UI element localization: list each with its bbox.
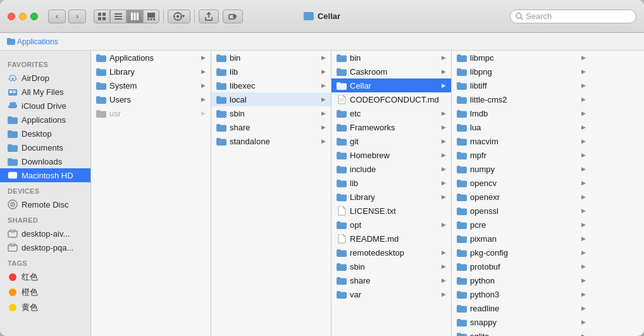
list-item[interactable]: Homebrew ▶ <box>331 148 451 162</box>
list-item[interactable]: snappy ▶ <box>452 315 591 329</box>
list-item[interactable]: python ▶ <box>452 273 591 287</box>
list-item[interactable]: pkg-config ▶ <box>452 246 591 259</box>
sidebar-item-macintosh-hd[interactable]: Macintosh HD <box>0 168 90 182</box>
action-button[interactable]: ▾ <box>168 9 190 23</box>
file-name: sbin <box>230 109 318 118</box>
hd-icon <box>8 170 18 180</box>
expand-arrow: ▶ <box>442 68 446 75</box>
list-item[interactable]: Caskroom ▶ <box>331 65 451 78</box>
file-name: protobuf <box>470 262 578 271</box>
list-item[interactable]: numpy ▶ <box>452 162 591 176</box>
sidebar-item-remote-disc[interactable]: Remote Disc <box>0 197 90 211</box>
file-name: bin <box>230 53 318 63</box>
sidebar-item-tag-yellow[interactable]: 黄色 <box>0 300 90 315</box>
sidebar: Favorites AirDrop All My Files iCloud Dr… <box>0 51 91 336</box>
sidebar-item-desktop[interactable]: Desktop <box>0 127 90 140</box>
list-item[interactable]: Users ▶ <box>91 92 211 106</box>
list-item[interactable]: opencv ▶ <box>452 176 591 190</box>
minimize-button[interactable] <box>19 13 27 20</box>
list-item[interactable]: bin ▶ <box>211 51 331 65</box>
list-item[interactable]: little-cms2 ▶ <box>452 92 591 106</box>
tag-button[interactable] <box>223 9 243 23</box>
expand-arrow: ▶ <box>581 124 586 130</box>
list-item[interactable]: protobuf ▶ <box>452 259 591 273</box>
sidebar-item-applications[interactable]: Applications <box>0 113 90 127</box>
list-item[interactable]: bin ▶ <box>331 51 451 65</box>
list-item[interactable]: libtiff ▶ <box>452 78 591 92</box>
list-item[interactable]: pixman ▶ <box>452 232 591 246</box>
sidebar-item-downloads[interactable]: Downloads <box>0 154 90 168</box>
maximize-button[interactable] <box>30 13 38 20</box>
list-item[interactable]: sbin ▶ <box>331 259 451 273</box>
expand-arrow: ▶ <box>442 180 446 186</box>
file-name: sbin <box>350 262 438 271</box>
list-item[interactable]: opt ▶ <box>331 218 451 232</box>
list-item[interactable]: libpng ▶ <box>452 65 591 78</box>
sidebar-item-desktop-aiv[interactable]: desktop-aiv... <box>0 227 90 240</box>
list-item[interactable]: openexr ▶ <box>452 190 591 204</box>
share-button[interactable] <box>199 9 219 23</box>
forward-button[interactable]: › <box>68 9 86 23</box>
list-item[interactable]: include ▶ <box>331 162 451 176</box>
gallery-view-button[interactable] <box>143 9 159 23</box>
icon-view-button[interactable] <box>94 9 110 23</box>
expand-arrow: ▶ <box>201 68 206 75</box>
list-item[interactable]: Library ▶ <box>331 190 451 204</box>
list-item[interactable]: Library ▶ <box>91 65 211 78</box>
list-item[interactable]: git ▶ <box>331 134 451 148</box>
list-item[interactable]: sqlite ▶ <box>452 329 591 336</box>
expand-arrow: ▶ <box>442 124 446 130</box>
sidebar-item-desktop-pqa[interactable]: desktop-pqa... <box>0 240 90 254</box>
list-item[interactable]: standalone ▶ <box>211 134 331 148</box>
list-item[interactable]: remotedesktop ▶ <box>331 246 451 259</box>
sidebar-label-tag-yellow: 黄色 <box>22 302 38 313</box>
list-item[interactable]: mpfr ▶ <box>452 148 591 162</box>
close-button[interactable] <box>8 13 15 20</box>
list-view-button[interactable] <box>110 9 127 23</box>
list-item[interactable]: lib ▶ <box>331 176 451 190</box>
list-item[interactable]: share ▶ <box>331 273 451 287</box>
expand-arrow: ▶ <box>581 152 586 158</box>
sidebar-item-tag-red[interactable]: 红色 <box>0 270 90 285</box>
svg-point-37 <box>12 204 13 205</box>
list-item[interactable]: Frameworks ▶ <box>331 120 451 134</box>
sidebar-item-icloud-drive[interactable]: iCloud Drive <box>0 99 90 113</box>
expand-arrow: ▶ <box>581 110 586 116</box>
list-item[interactable]: python3 ▶ <box>452 287 591 301</box>
list-item[interactable]: README.md <box>331 232 451 246</box>
list-item[interactable]: readline ▶ <box>452 301 591 315</box>
list-item[interactable]: share ▶ <box>211 120 331 134</box>
list-item[interactable]: etc ▶ <box>331 106 451 120</box>
folder-icon <box>457 247 467 258</box>
list-item[interactable]: sbin ▶ <box>211 106 331 120</box>
list-item[interactable]: lua ▶ <box>452 120 591 134</box>
sidebar-item-all-my-files[interactable]: All My Files <box>0 85 90 99</box>
folder-icon <box>337 108 347 118</box>
list-item[interactable]: Cellar ▶ <box>331 78 451 92</box>
column-view-button[interactable] <box>127 9 143 23</box>
list-item[interactable]: lmdb ▶ <box>452 106 591 120</box>
list-item[interactable]: LICENSE.txt <box>331 204 451 218</box>
sidebar-item-airdrop[interactable]: AirDrop <box>0 71 90 85</box>
file-name: readline <box>470 304 578 313</box>
list-item[interactable]: local ▶ <box>211 92 331 106</box>
back-button[interactable]: ‹ <box>48 9 66 23</box>
list-item[interactable]: libexec ▶ <box>211 78 331 92</box>
list-item[interactable]: lib ▶ <box>211 65 331 78</box>
list-item[interactable]: var ▶ <box>331 287 451 301</box>
folder-icon <box>337 164 347 174</box>
list-item[interactable]: Applications ▶ <box>91 51 211 65</box>
sidebar-item-tag-orange[interactable]: 橙色 <box>0 285 90 300</box>
file-name: pixman <box>470 234 578 244</box>
list-item[interactable]: pcre ▶ <box>452 218 591 232</box>
list-item[interactable]: usr ▶ <box>91 106 211 120</box>
breadcrumb-applications[interactable]: Applications <box>5 37 60 46</box>
sidebar-item-documents[interactable]: Documents <box>0 140 90 154</box>
list-item[interactable]: libmpc ▶ <box>452 51 591 65</box>
list-item[interactable]: openssl ▶ <box>452 204 591 218</box>
list-item[interactable]: CODEOFCONDUCT.md <box>331 92 451 106</box>
list-item[interactable]: System ▶ <box>91 78 211 92</box>
file-name: Applications <box>109 53 198 63</box>
search-bar[interactable]: Search <box>510 9 636 23</box>
list-item[interactable]: macvim ▶ <box>452 134 591 148</box>
